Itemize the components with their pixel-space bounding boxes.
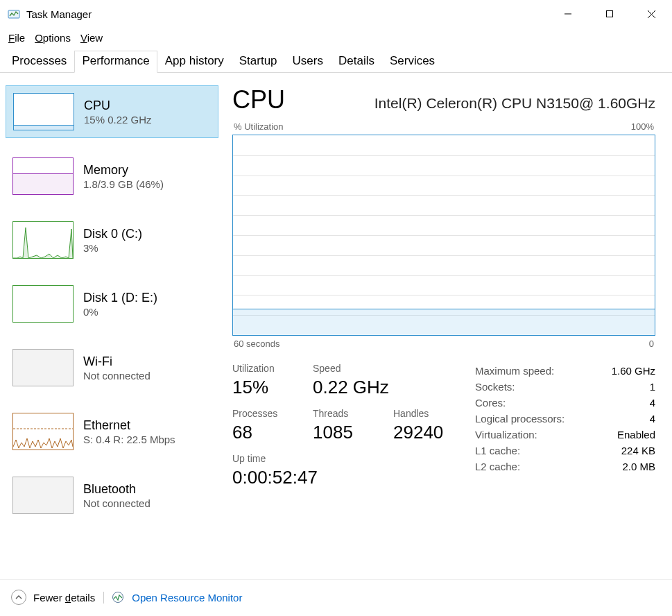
window-controls <box>547 0 672 28</box>
handles-value: 29240 <box>393 422 454 443</box>
tab-details[interactable]: Details <box>331 51 382 73</box>
sidebar-item-sub: 1.8/3.9 GB (46%) <box>83 178 164 190</box>
sidebar-item-sub: 0% <box>83 306 157 318</box>
chart-ymax: 100% <box>631 121 654 132</box>
uptime-label: Up time <box>232 453 318 464</box>
sidebar-item-label: Bluetooth <box>83 481 150 497</box>
sidebar-item-label: Wi-Fi <box>83 354 150 370</box>
fewer-details-link[interactable]: Fewer details <box>33 592 104 604</box>
stats-row: Utilization 15% Speed 0.22 GHz Processes… <box>232 363 655 488</box>
sidebar-item-cpu[interactable]: CPU 15% 0.22 GHz <box>6 85 218 138</box>
sidebar-item-wifi[interactable]: Wi-Fi Not connected <box>6 342 218 393</box>
maximize-button[interactable] <box>589 0 630 28</box>
tab-users[interactable]: Users <box>285 51 331 73</box>
disk0-thumbnail-chart <box>12 221 74 259</box>
stats-left: Utilization 15% Speed 0.22 GHz Processes… <box>232 363 454 488</box>
logical-value: 4 <box>650 413 655 425</box>
chart-labels-top: % Utilization 100% <box>232 121 655 135</box>
virt-value: Enabled <box>617 429 655 440</box>
sidebar-item-disk0[interactable]: Disk 0 (C:) 3% <box>6 214 218 266</box>
cpu-thumbnail-chart <box>13 93 74 130</box>
svg-rect-0 <box>8 10 19 18</box>
tab-app-history[interactable]: App history <box>157 51 232 73</box>
bluetooth-thumbnail-chart <box>12 477 74 514</box>
l1-label: L1 cache: <box>475 445 520 456</box>
sidebar: CPU 15% 0.22 GHz Memory 1.8/3.9 GB (46%)… <box>6 85 225 579</box>
menu-file[interactable]: File <box>8 32 25 44</box>
sidebar-item-sub: S: 0.4 R: 22.5 Mbps <box>83 434 175 445</box>
cores-value: 4 <box>650 397 655 409</box>
menu-options[interactable]: Options <box>35 32 71 44</box>
speed-label: Speed <box>313 363 389 374</box>
menu-view[interactable]: View <box>80 32 103 44</box>
sidebar-item-bluetooth[interactable]: Bluetooth Not connected <box>6 470 218 521</box>
chart-ylabel: % Utilization <box>234 121 284 132</box>
tab-performance[interactable]: Performance <box>74 51 157 73</box>
processes-label: Processes <box>232 408 293 419</box>
open-resource-monitor-link[interactable]: Open Resource Monitor <box>132 592 242 604</box>
close-button[interactable] <box>630 0 672 28</box>
window-title: Task Manager <box>26 8 547 20</box>
menubar: File Options View <box>0 28 672 51</box>
tab-bar: Processes Performance App history Startu… <box>0 51 672 73</box>
tab-processes[interactable]: Processes <box>4 51 74 73</box>
detail-title: CPU <box>232 85 285 114</box>
stats-right: Maximum speed:1.60 GHz Sockets:1 Cores:4… <box>475 363 655 488</box>
bottom-bar: Fewer details Open Resource Monitor <box>0 579 672 616</box>
tab-services[interactable]: Services <box>382 51 442 73</box>
chart-xright: 0 <box>649 339 654 349</box>
utilization-label: Utilization <box>232 363 293 374</box>
threads-value: 1085 <box>313 422 374 443</box>
sidebar-item-sub: Not connected <box>83 497 150 509</box>
titlebar: Task Manager <box>0 0 672 28</box>
cpu-model: Intel(R) Celeron(R) CPU N3150@ 1.60GHz <box>374 95 655 112</box>
logical-label: Logical processors: <box>475 413 565 425</box>
utilization-value: 15% <box>232 377 293 398</box>
threads-label: Threads <box>313 408 374 419</box>
detail-header: CPU Intel(R) Celeron(R) CPU N3150@ 1.60G… <box>232 85 655 121</box>
chart-xleft: 60 seconds <box>234 339 280 349</box>
l2-value: 2.0 MB <box>622 461 655 472</box>
handles-label: Handles <box>393 408 454 419</box>
sidebar-item-sub: 3% <box>83 242 142 254</box>
sidebar-item-disk1[interactable]: Disk 1 (D: E:) 0% <box>6 278 218 330</box>
cores-label: Cores: <box>475 397 506 409</box>
max-speed-value: 1.60 GHz <box>612 365 655 377</box>
sockets-label: Sockets: <box>475 381 515 393</box>
tab-startup[interactable]: Startup <box>232 51 285 73</box>
sidebar-item-label: CPU <box>84 98 152 114</box>
sidebar-item-sub: 15% 0.22 GHz <box>84 114 152 126</box>
l2-label: L2 cache: <box>475 461 520 472</box>
sidebar-item-memory[interactable]: Memory 1.8/3.9 GB (46%) <box>6 151 218 202</box>
detail-panel: CPU Intel(R) Celeron(R) CPU N3150@ 1.60G… <box>225 85 666 579</box>
sidebar-item-sub: Not connected <box>83 370 150 382</box>
svg-rect-2 <box>607 11 613 17</box>
main-body: CPU 15% 0.22 GHz Memory 1.8/3.9 GB (46%)… <box>0 73 672 579</box>
minimize-button[interactable] <box>547 0 589 28</box>
resource-monitor-icon <box>111 590 125 604</box>
sidebar-item-label: Ethernet <box>83 418 175 434</box>
disk1-thumbnail-chart <box>12 285 74 323</box>
max-speed-label: Maximum speed: <box>475 365 554 377</box>
uptime-value: 0:00:52:47 <box>232 467 318 488</box>
sockets-value: 1 <box>650 381 655 393</box>
speed-value: 0.22 GHz <box>313 377 389 398</box>
l1-value: 224 KB <box>621 445 655 456</box>
ethernet-thumbnail-chart <box>12 413 74 450</box>
virt-label: Virtualization: <box>475 429 537 440</box>
sidebar-item-label: Memory <box>83 162 164 178</box>
sidebar-item-label: Disk 1 (D: E:) <box>83 290 157 306</box>
chart-labels-bottom: 60 seconds 0 <box>232 336 655 349</box>
cpu-utilization-chart <box>232 135 655 336</box>
sidebar-item-label: Disk 0 (C:) <box>83 226 142 242</box>
task-manager-icon <box>7 7 21 21</box>
wifi-thumbnail-chart <box>12 349 74 386</box>
memory-thumbnail-chart <box>12 157 74 195</box>
collapse-icon[interactable] <box>11 590 26 605</box>
sidebar-item-ethernet[interactable]: Ethernet S: 0.4 R: 22.5 Mbps <box>6 406 218 457</box>
processes-value: 68 <box>232 422 293 443</box>
